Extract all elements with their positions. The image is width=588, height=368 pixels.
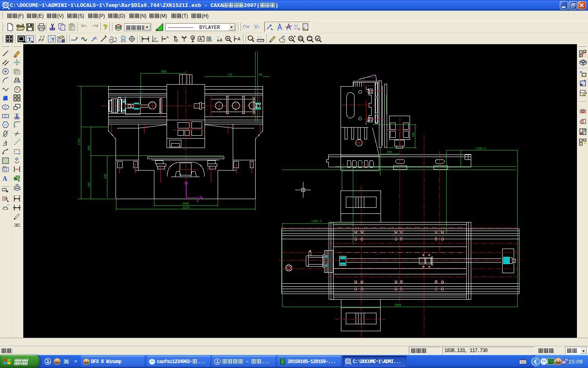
svg-text:410: 410 — [87, 182, 91, 187]
svg-text:B: B — [176, 38, 178, 43]
svg-text:885: 885 — [161, 70, 167, 73]
svg-text:A: A — [166, 35, 169, 39]
svg-text:3660: 3660 — [394, 303, 401, 307]
svg-text:640: 640 — [104, 173, 107, 179]
svg-text:1760: 1760 — [78, 138, 81, 145]
svg-text:775: 775 — [227, 73, 232, 76]
svg-text:340: 340 — [412, 132, 415, 137]
svg-text:A: A — [238, 37, 241, 41]
svg-text:A: A — [2, 175, 7, 182]
svg-text:A: A — [220, 38, 223, 43]
svg-text:1102.5: 1102.5 — [311, 220, 321, 223]
svg-text:305: 305 — [387, 150, 392, 154]
svg-text:A: A — [192, 36, 194, 40]
svg-text:1040: 1040 — [182, 202, 189, 205]
svg-text:1: 1 — [40, 35, 42, 38]
svg-text:T: T — [28, 36, 31, 42]
svg-text:1102.5: 1102.5 — [476, 147, 486, 150]
svg-text:A: A — [199, 37, 202, 41]
svg-text:680: 680 — [87, 145, 91, 150]
svg-text:GB: GB — [3, 197, 7, 200]
svg-text:2: 2 — [43, 35, 45, 38]
svg-text:80: 80 — [259, 73, 262, 76]
svg-text:2170: 2170 — [183, 206, 189, 209]
svg-text:T: T — [51, 37, 55, 42]
